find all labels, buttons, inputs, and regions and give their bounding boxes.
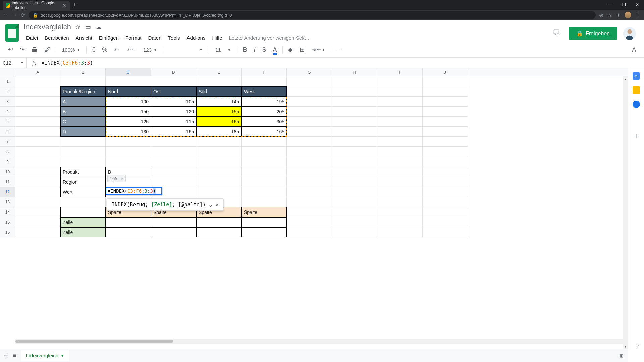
cell[interactable]: Ost: [151, 86, 196, 97]
italic-button[interactable]: I: [251, 44, 258, 55]
cell[interactable]: [423, 227, 468, 237]
cell[interactable]: [423, 76, 468, 86]
cell[interactable]: [15, 127, 60, 137]
cell[interactable]: 150: [106, 107, 151, 117]
cell[interactable]: [15, 147, 60, 157]
row-header-1[interactable]: 1: [0, 76, 15, 86]
row-header-15[interactable]: 15: [0, 217, 15, 227]
cell[interactable]: [151, 137, 196, 147]
cell[interactable]: [196, 137, 241, 147]
chevron-down-icon[interactable]: ⌄: [209, 201, 212, 208]
cell[interactable]: [287, 117, 332, 127]
cell[interactable]: [60, 207, 106, 217]
formula-input[interactable]: =INDEX(C3:F6;3;3): [42, 60, 644, 66]
cell[interactable]: [377, 86, 423, 97]
col-header-C[interactable]: C: [106, 68, 151, 76]
cell[interactable]: 105: [151, 97, 196, 107]
cell[interactable]: [423, 137, 468, 147]
cell[interactable]: [241, 177, 287, 187]
cell[interactable]: [377, 157, 423, 167]
last-edit-text[interactable]: Letzte Änderung vor wenigen Sek…: [226, 34, 312, 42]
cell[interactable]: [106, 227, 151, 237]
cell[interactable]: [196, 76, 241, 86]
menu-addons[interactable]: Add-ons: [184, 34, 208, 42]
merge-cells-button[interactable]: ⇥⇤▼: [309, 44, 328, 55]
menu-format[interactable]: Format: [123, 34, 144, 42]
cell[interactable]: [423, 107, 468, 117]
text-color-button[interactable]: A: [270, 44, 280, 55]
cell[interactable]: [106, 217, 151, 227]
add-addon-icon[interactable]: +: [634, 131, 638, 141]
new-tab-button[interactable]: +: [70, 0, 80, 10]
cell[interactable]: [15, 107, 60, 117]
close-preview-icon[interactable]: ×: [118, 176, 123, 181]
move-icon[interactable]: ▭: [85, 23, 91, 31]
row-header-9[interactable]: 9: [0, 157, 15, 167]
cell[interactable]: [241, 147, 287, 157]
account-avatar[interactable]: [623, 27, 636, 40]
bookmark-icon[interactable]: ☆: [607, 12, 612, 18]
cell[interactable]: 130: [106, 127, 151, 137]
cell[interactable]: [332, 147, 377, 157]
cell[interactable]: 195: [241, 97, 287, 107]
cell[interactable]: [287, 137, 332, 147]
cell[interactable]: [151, 76, 196, 86]
cell[interactable]: [151, 147, 196, 157]
browser-tab[interactable]: Indexvergleich - Google Tabellen ✕: [3, 1, 70, 10]
cell[interactable]: [106, 157, 151, 167]
cell[interactable]: [423, 167, 468, 177]
cell[interactable]: 115: [151, 117, 196, 127]
select-all-corner[interactable]: [0, 68, 15, 76]
redo-icon[interactable]: ↷: [17, 44, 28, 55]
col-header-A[interactable]: A: [15, 68, 60, 76]
cloud-status-icon[interactable]: ☁: [96, 23, 102, 31]
cell[interactable]: [241, 197, 287, 207]
row-header-2[interactable]: 2: [0, 86, 15, 97]
col-header-J[interactable]: J: [423, 68, 468, 76]
cell[interactable]: [15, 167, 60, 177]
cell[interactable]: [287, 76, 332, 86]
cell[interactable]: [332, 227, 377, 237]
row-header-6[interactable]: 6: [0, 127, 15, 137]
cell[interactable]: [332, 177, 377, 187]
cell[interactable]: B: [60, 107, 106, 117]
col-header-I[interactable]: I: [377, 68, 423, 76]
cell[interactable]: C: [60, 117, 106, 127]
cell[interactable]: West: [241, 86, 287, 97]
cell[interactable]: [287, 207, 332, 217]
cell[interactable]: [106, 147, 151, 157]
cell[interactable]: [196, 217, 241, 227]
cell[interactable]: [287, 157, 332, 167]
cell[interactable]: Wert: [60, 187, 106, 197]
chevron-down-icon[interactable]: ▼: [20, 61, 24, 65]
row-header-7[interactable]: 7: [0, 137, 15, 147]
window-close[interactable]: ✕: [631, 0, 644, 9]
row-header-13[interactable]: 13: [0, 197, 15, 207]
cell[interactable]: [287, 197, 332, 207]
cell[interactable]: [196, 177, 241, 187]
cell[interactable]: [423, 97, 468, 107]
cell[interactable]: [423, 197, 468, 207]
cell[interactable]: [377, 97, 423, 107]
scroll-thumb[interactable]: [15, 340, 173, 343]
cell[interactable]: [332, 137, 377, 147]
number-format-select[interactable]: 123▼: [140, 45, 160, 55]
cell[interactable]: 205: [241, 107, 287, 117]
row-header-8[interactable]: 8: [0, 147, 15, 157]
cell[interactable]: [287, 177, 332, 187]
cell[interactable]: [287, 217, 332, 227]
cell[interactable]: Zeile: [60, 227, 106, 237]
cell-editor[interactable]: =INDEX(C3:F6;3;3): [106, 187, 162, 195]
cell[interactable]: [15, 76, 60, 86]
cell[interactable]: [106, 76, 151, 86]
zoom-icon[interactable]: ⊕: [599, 12, 603, 18]
cell[interactable]: [332, 167, 377, 177]
calendar-icon[interactable]: [633, 72, 640, 80]
cell[interactable]: [332, 197, 377, 207]
cell[interactable]: [15, 157, 60, 167]
cell[interactable]: 185: [196, 127, 241, 137]
increase-decimal-button[interactable]: .00→: [124, 45, 139, 54]
sheets-logo-icon[interactable]: [5, 24, 19, 42]
cell[interactable]: 145: [196, 97, 241, 107]
cell[interactable]: [15, 177, 60, 187]
